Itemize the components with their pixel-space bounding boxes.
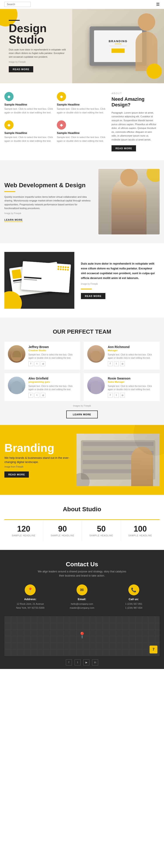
about-text: Paragraph. Lorem ipsum dolor sit amet, c… — [111, 111, 158, 142]
team-social-alex: f t ◎ — [28, 393, 77, 398]
social-instagram-1[interactable]: ◎ — [41, 361, 46, 366]
feature-item-3: ◆ Sample Headline Sample text. Click to … — [57, 92, 107, 114]
hero-image: BRANDING — [72, 9, 164, 83]
stat-number-1: 120 — [6, 524, 41, 533]
social-instagram-2[interactable]: ◎ — [120, 361, 125, 366]
stat-number-2: 90 — [46, 524, 80, 533]
map-area: 📍 7 — [4, 616, 160, 656]
feature-icon-4: ◆ — [57, 120, 66, 129]
stats-grid: 120 SAMPLE HEADLINE 90 SAMPLE HEADLINE 5… — [4, 519, 160, 541]
team-role-alex: programming guru — [28, 380, 77, 383]
hero-read-more-button[interactable]: READ MORE — [9, 66, 33, 72]
team-desc-rosie: Sample text. Click to select the text bo… — [108, 384, 156, 391]
footer-social: f t ▶ in — [4, 656, 160, 669]
feature-item-1: ◆ Sample Headline Sample text. Click to … — [4, 92, 55, 114]
social-twitter-4[interactable]: t — [114, 393, 119, 398]
team-role-jeffrey: Creative Studio — [28, 349, 77, 352]
features-middle: ◆ Sample Headline Sample text. Click to … — [57, 92, 107, 151]
social-twitter-3[interactable]: t — [34, 393, 39, 398]
branding-section: Branding We help brands & businesses sta… — [0, 425, 164, 495]
hero-line — [9, 20, 20, 21]
team-role-rosie: Sales Manager — [108, 380, 156, 383]
contact-grid: 📍 Address: 12 Rock Joint, 21 AvenueNew Y… — [4, 584, 160, 610]
contact-item-phone: 📞 Call us: 1 (234) 567-8911 (234) 987-65… — [110, 584, 158, 610]
team-social-rosie: f t ◎ — [108, 393, 156, 398]
feature-icon-3: ◆ — [57, 92, 66, 101]
stat-item-2: 90 SAMPLE HEADLINE — [43, 520, 82, 541]
email-label: Email: — [58, 597, 106, 601]
contact-section: Contact Us We align leaders around a sha… — [0, 550, 164, 669]
webdev-accent-bar — [4, 191, 15, 192]
about-studio-section: About Studio 120 SAMPLE HEADLINE 90 SAMP… — [0, 495, 164, 550]
footer-twitter-icon[interactable]: t — [75, 659, 81, 665]
social-facebook-3[interactable]: f — [28, 393, 33, 398]
branding-sub: We help brands & businesses stand out in… — [4, 456, 72, 464]
about-label: ABOUT — [111, 92, 158, 95]
footer-youtube-icon[interactable]: ▶ — [83, 659, 89, 665]
stat-item-4: 100 SAMPLE HEADLINE — [121, 520, 160, 541]
team-card-jeffrey: Jeffrey Brown Creative Studio Sample tex… — [4, 342, 80, 370]
social-instagram-3[interactable]: ◎ — [41, 393, 46, 398]
hero-title: Design Studio — [9, 23, 68, 45]
feature-text-2: Sample text. Click to select the text bo… — [4, 135, 55, 143]
map-marker: 📍 — [78, 631, 86, 639]
hero-section: Design Studio Duis aute irure dolor in r… — [0, 9, 164, 83]
footer-facebook-icon[interactable]: f — [66, 659, 72, 665]
email-value: hello@company.commaster@company.com — [58, 602, 106, 610]
branding-cards-image — [4, 252, 74, 309]
avatar-alex — [8, 377, 25, 394]
stat-item-3: 50 SAMPLE HEADLINE — [82, 520, 121, 541]
address-icon-circle: 📍 — [25, 584, 36, 595]
features-left: ◆ Sample Headline Sample text. Click to … — [4, 92, 55, 151]
branding-heading: Branding — [4, 442, 72, 454]
team-info-jeffrey: Jeffrey Brown Creative Studio Sample tex… — [28, 345, 77, 366]
phone-icon-circle: 📞 — [128, 584, 139, 595]
webdev-image — [99, 169, 160, 235]
footer-linkedin-icon[interactable]: in — [92, 659, 98, 665]
team-desc-alex: Sample text. Click to select the text bo… — [28, 384, 77, 391]
stat-label-1: SAMPLE HEADLINE — [6, 534, 41, 537]
social-instagram-4[interactable]: ◎ — [120, 393, 125, 398]
email-icon-circle: ✉ — [77, 584, 87, 595]
branding-read-more-button[interactable]: READ MORE — [81, 293, 105, 299]
avatar-ann — [87, 345, 105, 363]
feature-title-1: Sample Headline — [4, 103, 55, 106]
social-twitter-1[interactable]: t — [34, 361, 39, 366]
team-info-ann: Ann Richmond Manager Sample text. Click … — [108, 345, 156, 366]
hero-yellow-circle2 — [146, 64, 162, 79]
branding-credit: Image by Freepik — [81, 283, 158, 285]
social-facebook-2[interactable]: f — [108, 361, 113, 366]
contact-desc: We align leaders around a shared purpose… — [36, 569, 128, 578]
hero-tagline: Duis aute irure dolor in reprehenderit i… — [9, 48, 68, 59]
webdev-learn-more[interactable]: LEARN MORE — [4, 218, 23, 222]
stat-item-1: 120 SAMPLE HEADLINE — [4, 520, 43, 541]
address-label: Address: — [6, 597, 54, 601]
feature-text-4: Sample text. Click to select the text bo… — [57, 135, 107, 143]
address-value: 12 Rock Joint, 21 AvenueNew York, NY 927… — [6, 602, 54, 610]
hero-title-line2: Studio — [9, 33, 44, 46]
map-badge: 7 — [149, 646, 158, 653]
webdev-text: Quickly incentivize impactful action ite… — [4, 195, 92, 210]
stat-label-3: SAMPLE HEADLINE — [84, 534, 118, 537]
social-facebook-1[interactable]: f — [28, 361, 33, 366]
features-section: ◆ Sample Headline Sample text. Click to … — [0, 83, 164, 160]
social-facebook-4[interactable]: f — [108, 393, 113, 398]
team-name-rosie: Rosie Swanson — [108, 377, 156, 380]
feature-item-4: ◆ Sample Headline Sample text. Click to … — [57, 120, 107, 143]
hero-credit: Image by Freepik — [9, 61, 68, 63]
about-read-more-button[interactable]: READ MORE — [111, 145, 136, 151]
webdev-title: Web Development & Design — [4, 182, 92, 189]
search-input[interactable] — [4, 2, 31, 7]
contact-item-email: ✉ Email: hello@company.commaster@company… — [58, 584, 106, 610]
social-twitter-2[interactable]: t — [114, 361, 119, 366]
team-name-alex: Alex Grinfield — [28, 377, 77, 380]
hamburger-icon[interactable]: ☰ — [156, 2, 160, 7]
team-grid: Jeffrey Brown Creative Studio Sample tex… — [4, 342, 160, 401]
team-learn-more-button[interactable]: LEARN MORE — [66, 410, 98, 418]
feature-text-1: Sample text. Click to select the text bo… — [4, 107, 55, 114]
team-info-rosie: Rosie Swanson Sales Manager Sample text.… — [108, 377, 156, 398]
avatar-rosie — [87, 377, 105, 394]
branding-section-btn[interactable]: READ MORE — [4, 471, 29, 477]
team-section-title: OUR PERFECT TEAM — [4, 329, 160, 335]
header: ☰ — [0, 0, 164, 9]
